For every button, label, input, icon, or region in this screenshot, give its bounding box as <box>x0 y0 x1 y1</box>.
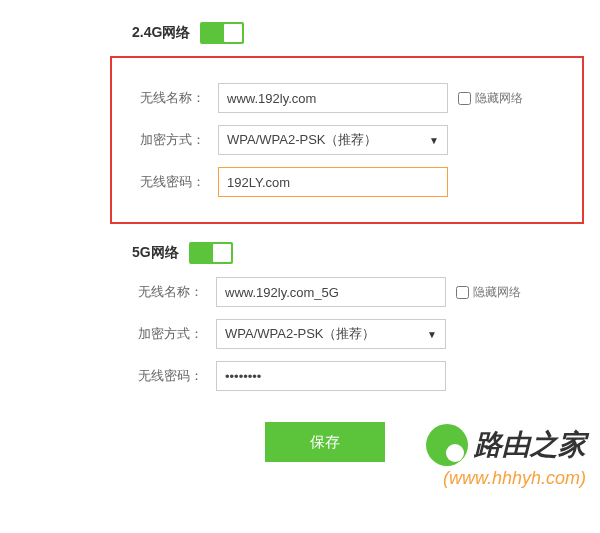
enc-5g-select[interactable]: WPA/WPA2-PSK（推荐） ▼ <box>216 319 446 349</box>
hide-5g-label: 隐藏网络 <box>473 284 521 301</box>
pwd-5g-label: 无线密码： <box>138 367 216 385</box>
hide-5g-checkbox[interactable] <box>456 286 469 299</box>
hide-24g-label: 隐藏网络 <box>475 90 523 107</box>
chevron-down-icon: ▼ <box>429 135 439 146</box>
section-5g-title: 5G网络 <box>132 244 179 262</box>
ssid-24g-label: 无线名称： <box>140 89 218 107</box>
toggle-5g-knob <box>213 244 231 262</box>
pwd-5g-input[interactable] <box>216 361 446 391</box>
brand-name: 路由之家 <box>474 426 586 464</box>
toggle-24g[interactable] <box>200 22 244 44</box>
pwd-24g-label: 无线密码： <box>140 173 218 191</box>
form-24g: 无线名称： 隐藏网络 加密方式： WPA/WPA2-PSK（推荐） ▼ 无线密码… <box>110 56 584 224</box>
ssid-5g-input[interactable] <box>216 277 446 307</box>
chevron-down-icon: ▼ <box>427 329 437 340</box>
ssid-5g-label: 无线名称： <box>138 283 216 301</box>
watermark: 路由之家 (www.hhhyh.com) <box>426 424 586 489</box>
hide-24g-checkbox[interactable] <box>458 92 471 105</box>
brand-url: (www.hhhyh.com) <box>426 468 586 489</box>
section-24g-title: 2.4G网络 <box>132 24 190 42</box>
enc-24g-value: WPA/WPA2-PSK（推荐） <box>227 131 377 149</box>
enc-24g-label: 加密方式： <box>140 131 218 149</box>
toggle-24g-knob <box>224 24 242 42</box>
toggle-5g[interactable] <box>189 242 233 264</box>
pwd-24g-input[interactable] <box>218 167 448 197</box>
hide-24g-wrap[interactable]: 隐藏网络 <box>458 90 523 107</box>
hide-5g-wrap[interactable]: 隐藏网络 <box>456 284 521 301</box>
brand-logo-icon <box>426 424 468 466</box>
save-button[interactable]: 保存 <box>265 422 385 462</box>
form-5g: 无线名称： 隐藏网络 加密方式： WPA/WPA2-PSK（推荐） ▼ 无线密码… <box>0 276 600 392</box>
enc-24g-select[interactable]: WPA/WPA2-PSK（推荐） ▼ <box>218 125 448 155</box>
ssid-24g-input[interactable] <box>218 83 448 113</box>
enc-5g-value: WPA/WPA2-PSK（推荐） <box>225 325 375 343</box>
enc-5g-label: 加密方式： <box>138 325 216 343</box>
